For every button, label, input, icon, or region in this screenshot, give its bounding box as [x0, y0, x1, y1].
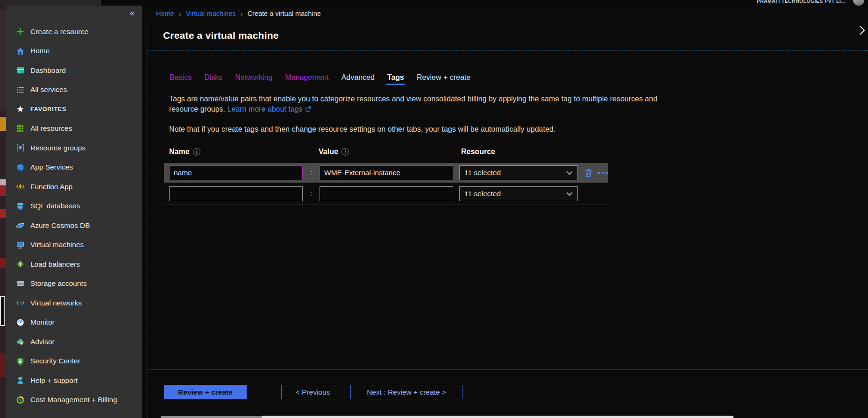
sidebar-item-sql-databases[interactable]: SQL SQL databases: [6, 197, 142, 216]
dock-fragment: [0, 258, 6, 268]
tab-basics[interactable]: Basics: [170, 73, 192, 82]
virtual-machines-icon: [15, 240, 25, 249]
sidebar-item-app-services[interactable]: App Services: [6, 158, 142, 177]
sidebar-item-label: Function App: [30, 183, 72, 191]
tenant-name: PRAMATI TECHNOLOGIES PVT LI...: [757, 0, 846, 4]
sidebar-item-resource-groups[interactable]: Resource groups: [6, 138, 142, 158]
virtual-networks-icon: [15, 298, 25, 308]
column-header-value: Value i: [319, 148, 461, 156]
sidebar-item-virtual-machines[interactable]: Virtual machines: [6, 235, 142, 255]
chevron-right-separator-icon: ›: [241, 10, 243, 18]
tab-bar: Basics Disks Networking Management Advan…: [170, 73, 868, 82]
previous-button[interactable]: < Previous: [281, 385, 344, 399]
all-services-icon: [15, 85, 25, 94]
top-bar-left-segment: [0, 0, 101, 6]
tab-disks[interactable]: Disks: [204, 73, 222, 82]
svg-text:SQL: SQL: [18, 206, 23, 209]
dock-fragment: [0, 10, 6, 111]
tab-management[interactable]: Management: [285, 73, 328, 82]
sidebar-item-load-balancers[interactable]: Load balancers: [6, 255, 142, 274]
sidebar-item-label: Cost Management + Billing: [30, 396, 117, 404]
sidebar-item-cost-management-billing[interactable]: $ Cost Management + Billing: [6, 390, 142, 410]
sidebar-item-help-support[interactable]: Help + support: [6, 371, 142, 390]
background-window-sliver: [161, 416, 262, 418]
sidebar-item-security-center[interactable]: Security Center: [6, 352, 142, 371]
sidebar-item-function-app[interactable]: Function App: [6, 177, 142, 197]
cosmos-db-icon: [15, 221, 25, 230]
resource-groups-icon: [15, 143, 25, 153]
sidebar-item-home[interactable]: Home: [6, 42, 142, 61]
page-title: Create a virtual machine: [163, 30, 279, 41]
info-icon[interactable]: i: [342, 148, 349, 156]
learn-more-link[interactable]: Learn more about tags: [228, 105, 311, 113]
tab-content-region: Basics Disks Networking Management Advan…: [148, 50, 868, 418]
tags-table: Name i Value i Resource :: [164, 148, 868, 205]
chevron-down-icon: [566, 171, 573, 175]
chevron-right-icon[interactable]: [859, 25, 865, 37]
sidebar-item-all-services[interactable]: All services: [6, 80, 142, 100]
chevron-right-separator-icon: ›: [179, 10, 181, 18]
chevron-down-icon: [566, 192, 573, 196]
background-window-sliver: [262, 416, 733, 418]
sidebar-item-dashboard[interactable]: Dashboard: [6, 61, 142, 80]
security-center-icon: [15, 356, 25, 366]
app-services-icon: [15, 163, 25, 172]
favorites-divider: [78, 109, 134, 109]
dock-fragment: [0, 179, 6, 185]
sidebar-item-monitor[interactable]: Monitor: [6, 313, 142, 333]
background-dock-strip: [0, 6, 6, 418]
resource-dropdown[interactable]: 11 selected: [459, 165, 578, 180]
sidebar-item-storage-accounts[interactable]: Storage accounts: [6, 274, 142, 294]
storage-accounts-icon: [15, 279, 25, 288]
sidebar-item-advisor[interactable]: Advisor: [6, 332, 142, 352]
tab-advanced[interactable]: Advanced: [342, 73, 375, 82]
sidebar-section-label: FAVORITES: [30, 106, 66, 113]
tab-tags[interactable]: Tags: [387, 73, 404, 82]
sidebar-item-create-a-resource[interactable]: Create a resource: [6, 22, 142, 42]
main-panel: Home › Virtual machines › Create a virtu…: [142, 6, 868, 418]
sidebar-item-label: Resource groups: [30, 144, 85, 152]
function-app-icon: [15, 182, 25, 191]
tag-value-input[interactable]: [320, 165, 453, 180]
tag-name-input[interactable]: [169, 165, 303, 180]
collapse-sidebar-icon[interactable]: «: [130, 8, 135, 18]
tag-value-input[interactable]: [320, 186, 453, 201]
sidebar-item-azure-cosmos-db[interactable]: Azure Cosmos DB: [6, 216, 142, 235]
tag-row-2: : 11 selected: [164, 185, 608, 203]
tab-review-create[interactable]: Review + create: [417, 73, 470, 82]
info-icon[interactable]: i: [193, 148, 200, 156]
more-options-icon[interactable]: [598, 172, 608, 174]
sidebar-item-label: Advisor: [30, 338, 55, 346]
breadcrumb-current: Create a virtual machine: [248, 10, 321, 17]
tags-note: Note that if you create tags and then ch…: [169, 125, 868, 134]
monitor-icon: [15, 318, 25, 327]
azure-portal-screen: PRAMATI TECHNOLOGIES PVT LI... « Create …: [0, 0, 868, 418]
next-button[interactable]: Next : Review + create >: [350, 385, 462, 399]
tag-row-1: : 11 selected: [164, 163, 608, 183]
review-create-button[interactable]: Review + create: [164, 385, 247, 399]
star-icon: [15, 105, 25, 114]
colon-separator: :: [303, 169, 320, 177]
load-balancers-icon: [15, 260, 25, 269]
delete-row-icon[interactable]: [584, 169, 592, 177]
all-resources-icon: [15, 124, 25, 133]
tab-networking[interactable]: Networking: [235, 73, 272, 82]
breadcrumb-home-link[interactable]: Home: [156, 10, 174, 17]
sidebar-item-label: Load balancers: [30, 260, 80, 269]
sidebar-item-label: Virtual networks: [30, 299, 82, 307]
breadcrumb: Home › Virtual machines › Create a virtu…: [142, 6, 868, 21]
learn-more-label: Learn more about tags: [228, 105, 303, 113]
sidebar-item-label: Create a resource: [30, 28, 88, 36]
dashboard-icon: [15, 66, 25, 75]
dock-fragment: [0, 117, 6, 131]
table-header-row: Name i Value i Resource: [169, 148, 868, 156]
sidebar-item-label: Dashboard: [30, 66, 66, 75]
resource-dropdown[interactable]: 11 selected: [459, 186, 578, 201]
table-rows: : 11 selected : 11: [164, 163, 868, 205]
avatar[interactable]: [853, 0, 864, 6]
sidebar-item-virtual-networks[interactable]: Virtual networks: [6, 293, 142, 313]
sidebar-item-all-resources[interactable]: All resources: [6, 119, 142, 139]
breadcrumb-virtual-machines-link[interactable]: Virtual machines: [186, 10, 236, 17]
tag-name-input[interactable]: [169, 186, 303, 201]
sql-databases-icon: SQL: [15, 201, 25, 211]
